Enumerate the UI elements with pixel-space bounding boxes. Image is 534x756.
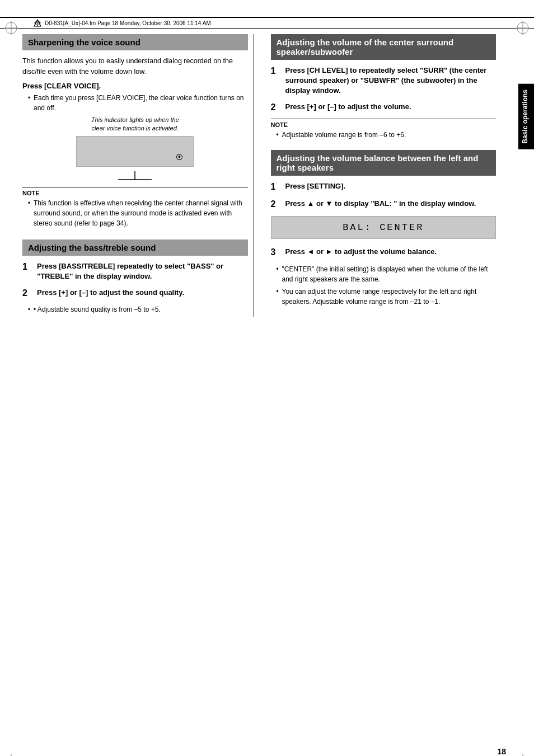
page-number: 18 xyxy=(497,747,506,756)
section-sharpening: Sharpening the voice sound This function… xyxy=(22,34,248,228)
surround-step-1: 1 Press [CH LEVEL] to repeatedly select … xyxy=(271,65,496,96)
content-area: Sharpening the voice sound This function… xyxy=(22,29,512,317)
sharpening-intro: This function allows you to easily under… xyxy=(22,56,248,77)
arrow-svg xyxy=(107,171,163,182)
section-bass-treble: Adjusting the bass/treble sound 1 Press … xyxy=(22,240,248,314)
reg-mark-bl xyxy=(3,753,20,756)
indicator-note: This indicator lights up when the clear … xyxy=(22,116,248,133)
note-label-1: NOTE xyxy=(22,190,248,196)
lcd-symbol: ⦿ xyxy=(176,153,183,162)
reg-mark-tl xyxy=(3,20,20,36)
page-wrapper: Basic operations D0-831[A_Ux]-04.fm Page… xyxy=(0,17,534,756)
bass-note: • Adjustable sound quality is from –5 to… xyxy=(28,304,248,314)
balance-step-3: 3 Press ◄ or ► to adjust the volume bala… xyxy=(271,247,496,259)
divider-surround-note xyxy=(271,119,496,119)
file-info: D0-831[A_Ux]-04.fm Page 18 Monday, Octob… xyxy=(45,20,211,26)
reg-mark-tr xyxy=(514,20,531,36)
section-bass-header: Adjusting the bass/treble sound xyxy=(22,240,248,256)
section-balance-header: Adjusting the volume balance between the… xyxy=(271,150,496,176)
note-bullet-1: This function is effective when receivin… xyxy=(28,198,248,228)
balance-bullet-1: "CENTER" (the initial setting) is displa… xyxy=(277,264,496,284)
arrow-indicator-area xyxy=(22,171,248,182)
balance-step-1: 1 Press [SETTING]. xyxy=(271,181,496,193)
surround-note-label: NOTE xyxy=(271,121,496,128)
bass-step-2: 2 Press [+] or [–] to adjust the sound q… xyxy=(22,288,248,299)
bal-display: BAL: CENTER xyxy=(271,216,496,239)
lcd-display-box: ⦿ xyxy=(76,136,194,167)
arrow-icon xyxy=(34,19,41,27)
reg-mark-br xyxy=(514,753,531,756)
side-tab: Basic operations xyxy=(518,84,534,149)
surround-note-bullet: Adjustable volume range is from –6 to +6… xyxy=(277,130,496,140)
right-column: Adjusting the volume of the center surro… xyxy=(265,34,512,317)
top-bar: D0-831[A_Ux]-04.fm Page 18 Monday, Octob… xyxy=(0,17,534,29)
section-surround: Adjusting the volume of the center surro… xyxy=(271,34,496,140)
section-surround-header: Adjusting the volume of the center surro… xyxy=(271,34,496,60)
clear-voice-heading: Press [CLEAR VOICE]. xyxy=(22,82,248,90)
left-column: Sharpening the voice sound This function… xyxy=(22,34,254,317)
bass-step-1: 1 Press [BASS/TREBLE] repeatedly to sele… xyxy=(22,261,248,281)
section-balance: Adjusting the volume balance between the… xyxy=(271,150,496,306)
side-tab-label: Basic operations xyxy=(521,90,529,144)
balance-bullet-2: You can adjust the volume range respecti… xyxy=(277,287,496,307)
divider-note xyxy=(22,187,248,187)
section-sharpening-header: Sharpening the voice sound xyxy=(22,34,248,50)
clear-voice-bullet: Each time you press [CLEAR VOICE], the c… xyxy=(28,93,248,113)
balance-step-2: 2 Press ▲ or ▼ to display "BAL: " in the… xyxy=(271,199,496,210)
surround-step-2: 2 Press [+] or [–] to adjust the volume. xyxy=(271,102,496,114)
